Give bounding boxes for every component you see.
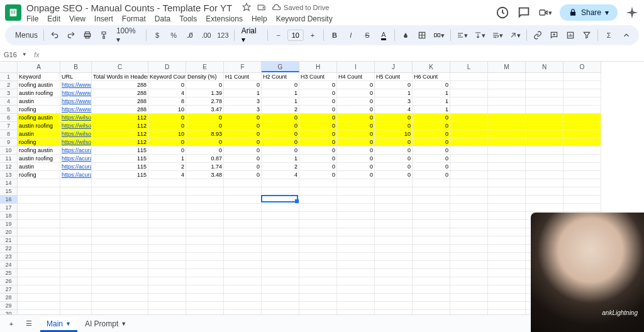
cell[interactable]: 2.78 xyxy=(186,97,224,106)
cell[interactable] xyxy=(18,269,60,277)
paint-format-icon[interactable] xyxy=(96,28,111,43)
cell[interactable] xyxy=(186,212,224,220)
cell[interactable]: 112 xyxy=(92,138,148,147)
cell[interactable] xyxy=(413,285,450,294)
menu-data[interactable]: Data xyxy=(155,14,170,23)
cell[interactable] xyxy=(488,245,526,253)
cell[interactable]: 8.93 xyxy=(186,130,224,138)
row-header[interactable]: 16 xyxy=(0,196,18,204)
cell[interactable] xyxy=(413,212,450,220)
row-header[interactable]: 12 xyxy=(0,163,18,171)
cell[interactable] xyxy=(337,245,375,253)
cell[interactable] xyxy=(60,245,92,253)
cell[interactable]: 1.39 xyxy=(186,89,224,97)
menu-extensions[interactable]: Extensions xyxy=(206,14,243,23)
cell[interactable] xyxy=(564,155,601,163)
row-header[interactable]: 11 xyxy=(0,155,18,163)
cell[interactable] xyxy=(148,285,186,294)
cell[interactable]: 0 xyxy=(413,81,450,89)
cell[interactable] xyxy=(92,196,148,204)
cell[interactable] xyxy=(564,147,601,155)
cell[interactable] xyxy=(413,236,450,245)
cell[interactable] xyxy=(413,228,450,236)
cell[interactable] xyxy=(60,212,92,220)
cell[interactable] xyxy=(450,130,488,138)
row-header[interactable]: 24 xyxy=(0,261,18,269)
cell[interactable]: 2 xyxy=(262,106,299,114)
cell[interactable] xyxy=(299,285,337,294)
sheet-tab-main[interactable]: Main▼ xyxy=(40,317,77,331)
merge-icon[interactable]: ▾ xyxy=(431,28,447,43)
cell[interactable] xyxy=(224,294,262,302)
cell[interactable]: 0 xyxy=(337,130,375,138)
cell[interactable] xyxy=(60,179,92,187)
menu-keyword-density[interactable]: Keyword Density xyxy=(276,14,333,23)
cell[interactable] xyxy=(337,294,375,302)
cell[interactable] xyxy=(148,302,186,310)
cell[interactable] xyxy=(337,261,375,269)
cell[interactable]: 0 xyxy=(299,114,337,122)
cell[interactable] xyxy=(299,179,337,187)
cell[interactable]: https://acurar xyxy=(60,171,92,179)
cell[interactable] xyxy=(60,277,92,285)
cell[interactable] xyxy=(375,228,413,236)
cell[interactable] xyxy=(18,253,60,261)
cell[interactable]: 0 xyxy=(224,138,262,147)
cell[interactable] xyxy=(262,236,299,245)
row-header[interactable]: 2 xyxy=(0,81,18,89)
font-size-plus[interactable]: + xyxy=(305,28,320,43)
cell[interactable] xyxy=(299,196,337,204)
cell[interactable]: H2 Count xyxy=(262,73,299,81)
cell[interactable]: 1 xyxy=(413,97,450,106)
wrap-icon[interactable]: ▾ xyxy=(489,28,506,43)
cell[interactable] xyxy=(18,228,60,236)
cell[interactable] xyxy=(488,277,526,285)
cell[interactable] xyxy=(450,245,488,253)
rotate-icon[interactable]: ▾ xyxy=(507,28,523,43)
cell[interactable]: 1 xyxy=(224,89,262,97)
cell[interactable]: 0 xyxy=(299,147,337,155)
cell[interactable] xyxy=(148,245,186,253)
cell[interactable]: 0 xyxy=(337,81,375,89)
cell[interactable]: 0 xyxy=(148,81,186,89)
cell[interactable] xyxy=(186,236,224,245)
cell[interactable] xyxy=(337,302,375,310)
row-header[interactable]: 21 xyxy=(0,236,18,245)
cell[interactable]: 0 xyxy=(148,138,186,147)
cell[interactable] xyxy=(413,277,450,285)
col-header[interactable]: F xyxy=(224,62,262,73)
comment-icon[interactable] xyxy=(517,6,531,19)
cell[interactable]: Keyword xyxy=(18,73,60,81)
cell[interactable] xyxy=(224,302,262,310)
chart-icon[interactable] xyxy=(563,28,578,43)
cell[interactable] xyxy=(148,204,186,212)
cell[interactable]: 0 xyxy=(224,130,262,138)
cell[interactable]: 1 xyxy=(375,89,413,97)
functions-icon[interactable]: Σ xyxy=(601,28,616,43)
cell[interactable]: 4 xyxy=(262,171,299,179)
cell[interactable] xyxy=(60,204,92,212)
cell[interactable] xyxy=(262,212,299,220)
cell[interactable]: 1 xyxy=(262,89,299,97)
cell[interactable] xyxy=(92,204,148,212)
cell[interactable]: 0 xyxy=(299,171,337,179)
cell[interactable] xyxy=(262,245,299,253)
cell[interactable]: 0 xyxy=(299,106,337,114)
cell[interactable] xyxy=(488,138,526,147)
cell[interactable] xyxy=(526,187,564,196)
cell[interactable]: 0 xyxy=(413,122,450,130)
col-header[interactable]: I xyxy=(337,62,375,73)
cell[interactable] xyxy=(488,97,526,106)
cell[interactable] xyxy=(224,253,262,261)
star-icon[interactable] xyxy=(242,3,251,13)
cell[interactable] xyxy=(337,196,375,204)
cell[interactable] xyxy=(60,269,92,277)
cell[interactable] xyxy=(148,220,186,228)
cell[interactable]: austin xyxy=(18,130,60,138)
cell[interactable] xyxy=(450,204,488,212)
col-header[interactable]: A xyxy=(18,62,60,73)
cell[interactable]: 288 xyxy=(92,106,148,114)
cell[interactable] xyxy=(450,147,488,155)
cell[interactable] xyxy=(375,212,413,220)
cell[interactable]: 0 xyxy=(299,163,337,171)
